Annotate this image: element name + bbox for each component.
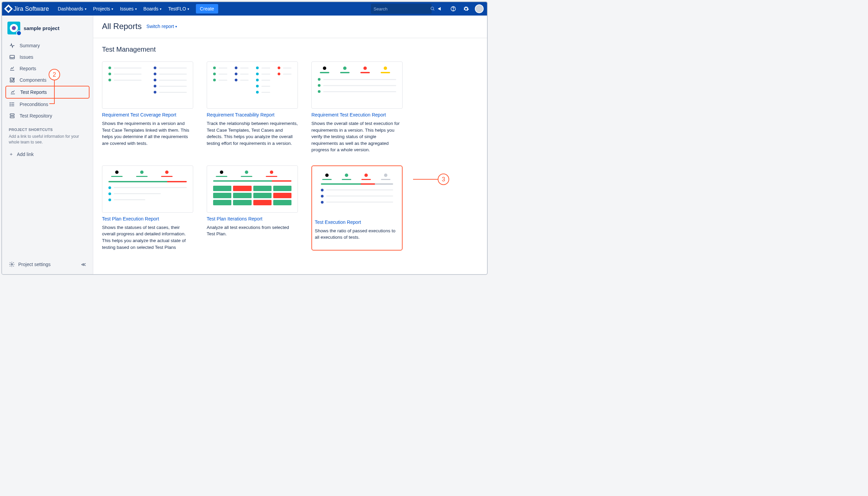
project-icon	[7, 21, 20, 34]
chart-icon	[9, 65, 16, 72]
tray-icon	[9, 54, 16, 60]
svg-point-0	[431, 7, 434, 10]
annotation-2-stem2	[49, 103, 55, 104]
card-description: Shows the ratio of passed executions to …	[315, 228, 399, 241]
add-link-button[interactable]: ＋Add link	[5, 149, 90, 160]
nav-projects[interactable]: Projects▾	[91, 4, 116, 14]
card-thumbnail	[315, 169, 399, 216]
sidebar-preconditions[interactable]: Preconditions	[5, 98, 90, 110]
search-box[interactable]	[371, 4, 432, 14]
jira-logo-icon	[4, 4, 13, 13]
project-title: sample project	[24, 25, 59, 31]
create-button[interactable]: Create	[196, 4, 218, 14]
nav-items: Dashboards▾ Projects▾ Issues▾ Boards▾ Te…	[55, 4, 218, 14]
shortcuts-heading: PROJECT SHORTCUTS	[5, 122, 90, 134]
switch-report-link[interactable]: Switch report▾	[146, 24, 177, 29]
nav-testflo[interactable]: TestFLO▾	[166, 4, 192, 14]
report-cards-grid: Requirement Test Coverage Report Shows t…	[93, 56, 487, 261]
project-settings[interactable]: Project settings ≪	[5, 258, 90, 271]
chevron-down-icon: ▾	[135, 7, 137, 11]
chevron-down-icon: ▾	[160, 7, 161, 11]
card-description: Track the relationship between requireme…	[207, 120, 298, 146]
app-logo[interactable]: Jira Software	[5, 5, 49, 13]
sidebar-test-repository[interactable]: Test Repository	[5, 110, 90, 122]
chevron-down-icon: ▾	[85, 7, 87, 11]
pulse-icon	[9, 43, 16, 49]
folder-icon	[9, 113, 16, 119]
chevron-down-icon: ▾	[175, 25, 177, 28]
settings-icon[interactable]	[462, 5, 470, 13]
help-icon[interactable]	[449, 5, 457, 13]
card-req-execution[interactable]: Requirement Test Execution Report Shows …	[311, 61, 403, 153]
nav-dashboards[interactable]: Dashboards▾	[55, 4, 89, 14]
search-input[interactable]	[374, 6, 430, 12]
card-description: Analyze all test executions from selecte…	[207, 224, 298, 237]
card-thumbnail	[207, 166, 298, 213]
top-navbar: Jira Software Dashboards▾ Projects▾ Issu…	[2, 2, 487, 16]
annotation-2-stem	[54, 80, 55, 103]
card-req-traceability[interactable]: Requirement Traceability Report Track th…	[207, 61, 298, 153]
user-avatar[interactable]	[475, 4, 484, 13]
svg-point-3	[453, 10, 454, 11]
annotation-3: 3	[438, 173, 449, 185]
list-icon	[9, 101, 16, 107]
card-test-execution[interactable]: Test Execution Report Shows the ratio of…	[311, 166, 403, 250]
card-description: Shows the statuses of test cases, their …	[102, 224, 193, 250]
annotation-2: 2	[49, 69, 60, 80]
page-title: All Reports	[102, 21, 141, 31]
chevron-down-icon: ▾	[111, 7, 113, 11]
search-icon	[430, 6, 435, 11]
card-title[interactable]: Test Execution Report	[315, 219, 399, 225]
chevron-down-icon: ▾	[187, 7, 189, 11]
svg-point-13	[11, 264, 13, 265]
collapse-sidebar-icon[interactable]: ≪	[81, 262, 86, 267]
megaphone-icon[interactable]	[436, 5, 445, 13]
annotation-3-stem	[413, 179, 438, 180]
card-thumbnail	[102, 61, 193, 109]
sidebar-test-reports[interactable]: Test Reports	[5, 86, 90, 98]
sidebar-components[interactable]: Components	[5, 74, 90, 86]
card-title[interactable]: Requirement Test Execution Report	[311, 112, 403, 118]
svg-rect-11	[10, 114, 14, 115]
sidebar-summary[interactable]: Summary	[5, 40, 90, 51]
chart-icon	[10, 89, 16, 95]
svg-point-8	[10, 103, 11, 103]
main-content: All Reports Switch report▾ Test Manageme…	[93, 16, 487, 274]
page-header: All Reports Switch report▾	[93, 16, 487, 38]
card-title[interactable]: Test Plan Execution Report	[102, 216, 193, 221]
card-description: Shows the requirements in a version and …	[102, 120, 193, 146]
svg-line-1	[433, 10, 434, 11]
plus-icon: ＋	[9, 151, 14, 157]
card-plan-iterations[interactable]: Test Plan Iterations Report Analyze all …	[207, 166, 298, 250]
svg-point-9	[10, 104, 11, 105]
card-title[interactable]: Requirement Traceability Report	[207, 112, 298, 118]
gear-icon	[9, 261, 15, 267]
card-thumbnail	[207, 61, 298, 109]
svg-rect-12	[10, 117, 14, 118]
app-name: Jira Software	[14, 5, 49, 13]
card-title[interactable]: Requirement Test Coverage Report	[102, 112, 193, 118]
nav-boards[interactable]: Boards▾	[141, 4, 164, 14]
nav-issues[interactable]: Issues▾	[117, 4, 139, 14]
card-description: Shows the overall state of test executio…	[311, 120, 403, 153]
shortcuts-text: Add a link to useful information for you…	[5, 134, 90, 149]
card-plan-execution[interactable]: Test Plan Execution Report Shows the sta…	[102, 166, 193, 250]
card-thumbnail	[311, 61, 403, 109]
sidebar-issues[interactable]: Issues	[5, 51, 90, 63]
card-req-coverage[interactable]: Requirement Test Coverage Report Shows t…	[102, 61, 193, 153]
sidebar-reports[interactable]: Reports	[5, 63, 90, 74]
svg-point-10	[10, 106, 11, 106]
card-title[interactable]: Test Plan Iterations Report	[207, 216, 298, 221]
project-header[interactable]: sample project	[5, 20, 90, 40]
sidebar: sample project Summary Issues Reports Co…	[2, 16, 93, 274]
card-thumbnail	[102, 166, 193, 213]
puzzle-icon	[9, 77, 16, 83]
section-title: Test Management	[93, 38, 487, 56]
